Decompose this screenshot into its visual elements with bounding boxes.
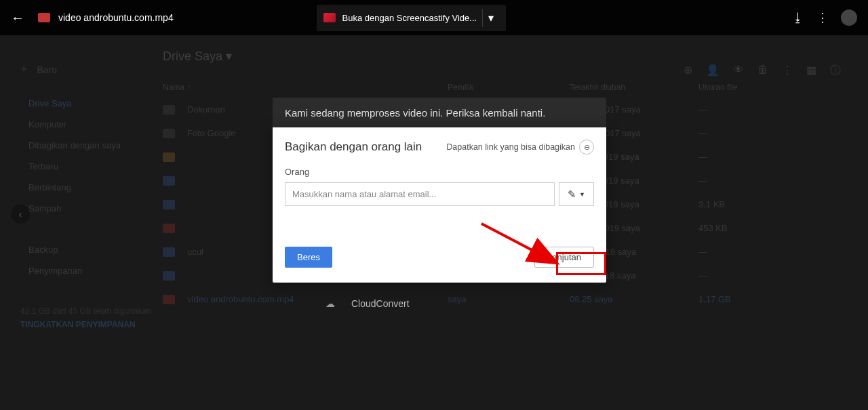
file-icon: [163, 271, 175, 281]
row-size: —: [698, 128, 766, 138]
chevron-down-icon: ▼: [579, 191, 585, 198]
pencil-icon: [568, 188, 576, 201]
open-with-dropdown-icon[interactable]: ▾: [482, 9, 499, 27]
sidebar-item-recent[interactable]: Terbaru: [8, 156, 151, 177]
collapse-chevron-icon[interactable]: ‹: [11, 205, 30, 224]
link-chain-icon: ⊖: [579, 140, 594, 155]
new-button[interactable]: Baru: [8, 62, 151, 77]
permission-dropdown[interactable]: ▼: [559, 182, 594, 206]
row-size: 3,1 KB: [698, 199, 766, 209]
breadcrumb[interactable]: Drive Saya ▾: [163, 49, 848, 64]
file-icon: [163, 105, 175, 115]
back-arrow-icon[interactable]: ←: [11, 10, 24, 26]
open-with-label: Buka dengan Screencastify Vide...: [342, 13, 477, 23]
row-name: Dokumen: [187, 104, 225, 115]
details-icon[interactable]: ⓘ: [830, 64, 841, 78]
row-name: Foto Google: [187, 128, 236, 138]
share-person-icon[interactable]: 👤: [706, 64, 719, 78]
column-size[interactable]: Ukuran file: [698, 83, 766, 92]
file-icon: [163, 152, 175, 162]
open-with-button[interactable]: Buka dengan Screencastify Vide... ▾: [317, 5, 507, 31]
share-modal: Bagikan dengan orang lain Dapatkan link …: [273, 127, 606, 283]
sidebar-item-computer[interactable]: Komputer: [8, 114, 151, 135]
screencastify-icon: [323, 13, 336, 22]
cloud-icon: ☁: [326, 298, 335, 309]
sidebar-item-shared[interactable]: Dibagikan dengan saya: [8, 135, 151, 156]
sidebar-item-backup[interactable]: Backup: [8, 239, 151, 260]
row-size: —: [698, 270, 766, 281]
upgrade-storage-link[interactable]: TINGKATKAN PENYIMPANAN: [20, 320, 151, 329]
row-size: 1,17 GB: [698, 294, 766, 304]
row-name: video androbuntu.com.mp4: [187, 294, 294, 304]
share-title: Bagikan dengan orang lain: [285, 140, 422, 154]
file-icon: [163, 295, 175, 304]
row-size: —: [698, 104, 766, 115]
delete-icon[interactable]: 🗑: [757, 64, 768, 78]
people-label: Orang: [285, 167, 594, 177]
row-size: —: [698, 176, 766, 186]
row-name: ucul: [187, 247, 203, 257]
cloudconvert-label: CloudConvert: [351, 298, 410, 309]
more-actions-icon[interactable]: ⋮: [816, 10, 829, 25]
row-size: —: [698, 247, 766, 257]
cloudconvert-row[interactable]: ☁ CloudConvert: [326, 298, 410, 309]
file-title: video androbuntu.com.mp4: [58, 12, 174, 23]
column-owner[interactable]: Pemilik: [448, 83, 570, 92]
grid-view-icon[interactable]: ▦: [806, 64, 816, 78]
download-icon[interactable]: ⭳: [792, 11, 804, 25]
storage-used-text: 42,1 GB dari 45 GB telah digunakan: [20, 306, 151, 316]
row-owner: saya: [448, 294, 570, 304]
file-icon: [163, 200, 175, 209]
video-file-icon: [38, 13, 50, 22]
column-name[interactable]: Nama ↑: [163, 83, 448, 92]
get-shareable-link[interactable]: Dapatkan link yang bisa dibagikan ⊖: [446, 140, 594, 155]
processing-message: Kami sedang memproses video ini. Periksa…: [285, 107, 545, 119]
more-icon[interactable]: ⋮: [782, 64, 793, 78]
row-size: —: [698, 152, 766, 162]
sidebar-item-mydrive[interactable]: Drive Saya: [8, 93, 151, 114]
link-icon[interactable]: ⊕: [684, 64, 692, 78]
processing-notice: Kami sedang memproses video ini. Periksa…: [273, 98, 606, 128]
viewer-bar: ← video androbuntu.com.mp4 Buka dengan S…: [0, 0, 868, 35]
file-icon: [163, 176, 175, 186]
done-button[interactable]: Beres: [285, 247, 332, 268]
advanced-button[interactable]: Lanjutan: [534, 247, 594, 268]
people-input[interactable]: [285, 182, 555, 206]
sidebar-item-storage[interactable]: Penyimpanan: [8, 260, 151, 281]
shareable-link-label: Dapatkan link yang bisa dibagikan: [446, 142, 575, 152]
preview-eye-icon[interactable]: 👁: [733, 64, 744, 78]
file-icon: [163, 224, 175, 233]
avatar[interactable]: [841, 9, 857, 26]
table-row[interactable]: video androbuntu.com.mp4saya08.25 saya1,…: [163, 287, 848, 311]
file-icon: [163, 247, 175, 257]
file-icon: [163, 129, 175, 138]
row-modified: 08.25 saya: [570, 294, 698, 304]
sidebar-item-starred[interactable]: Berbintang: [8, 177, 151, 198]
column-modified[interactable]: Terakhir diubah: [570, 83, 698, 92]
row-size: 453 KB: [698, 223, 766, 233]
